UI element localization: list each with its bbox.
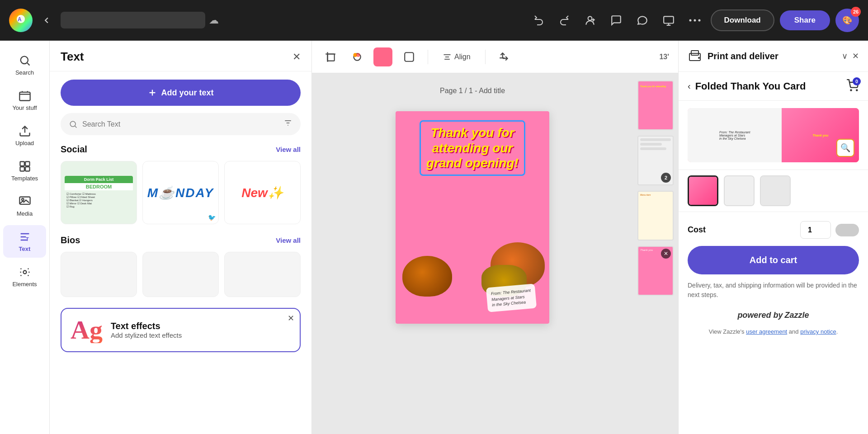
text-panel-body: Add your text Social View all Dorm Pack … — [50, 71, 311, 434]
sidebar-item-search[interactable]: Search — [3, 49, 46, 81]
text-panel: Text ✕ Add your text Social View all — [50, 41, 312, 434]
text-effects-close-button[interactable]: ✕ — [288, 313, 294, 323]
canvas-signature: From: The RestaurantManagers at Starsin … — [486, 284, 537, 312]
sidebar-item-elements[interactable]: Elements — [3, 260, 46, 293]
new-text: New✨ — [241, 185, 283, 200]
translate-tool-button[interactable] — [495, 47, 514, 66]
svg-point-6 — [20, 57, 28, 64]
zazzle-banner: powered by Zazzle — [679, 306, 868, 325]
add-collaborator-button[interactable] — [580, 10, 600, 31]
canvas-text-overlay: Thank you forattending ourgrand opening! — [411, 120, 534, 176]
sidebar-item-upload-label: Upload — [15, 140, 34, 146]
variant-thumb-3[interactable] — [760, 175, 791, 206]
product-back-button[interactable]: ‹ — [688, 81, 691, 91]
bios-view-all-button[interactable]: View all — [276, 236, 301, 244]
user-agreement-link[interactable]: user agreement — [746, 328, 787, 335]
panel-header-actions: ∨ ✕ — [842, 51, 859, 61]
comments-button[interactable] — [606, 10, 627, 31]
variant-pink-bg — [689, 177, 717, 205]
present-button[interactable] — [658, 10, 679, 31]
bio-card-1[interactable] — [61, 252, 137, 297]
cost-row: Cost 1 2 5 10 — [679, 212, 868, 246]
text-panel-close-button[interactable]: ✕ — [292, 51, 301, 63]
bio-card-2[interactable] — [142, 252, 219, 297]
svg-point-35 — [850, 90, 851, 90]
add-to-cart-button[interactable]: Add to cart — [688, 246, 859, 274]
preview-bg: From: The RestaurantManagers at Starsin … — [688, 108, 859, 162]
more-button[interactable] — [684, 14, 705, 26]
svg-point-34 — [698, 57, 700, 59]
cloud-save-button[interactable]: ☁ — [205, 11, 222, 30]
sidebar: Search Your stuff Upload Templates Media… — [0, 41, 50, 434]
page-thumbnail-4[interactable]: Thank you ✕ — [637, 246, 674, 296]
sidebar-item-text[interactable]: T Text — [3, 225, 46, 258]
svg-point-26 — [356, 53, 360, 57]
share-button[interactable]: Share — [780, 10, 830, 30]
template-card-monday[interactable]: M☕NDAY 🐦 — [142, 161, 219, 224]
variant-thumb-1[interactable] — [688, 175, 718, 206]
svg-rect-23 — [328, 54, 335, 61]
color-tool-button[interactable] — [347, 47, 366, 66]
sidebar-item-templates[interactable]: Templates — [3, 155, 46, 187]
template-card-new[interactable]: New✨ — [224, 161, 301, 224]
svg-point-19 — [70, 121, 75, 127]
border-tool-button[interactable] — [400, 47, 419, 66]
avatar[interactable]: 🎨 26 — [835, 9, 859, 32]
panel-close-button[interactable]: ✕ — [852, 51, 859, 61]
social-view-all-button[interactable]: View all — [276, 146, 301, 153]
social-template-grid: Dorm Pack List BEDROOM ☑ Comforter ☑ Mat… — [61, 161, 301, 224]
variant-thumb-2[interactable] — [724, 175, 755, 206]
thumb-2-number: 2 — [661, 173, 671, 183]
add-text-button[interactable]: Add your text — [61, 80, 301, 106]
bio-card-3[interactable] — [224, 252, 301, 297]
social-section-title: Social — [61, 144, 87, 155]
cart-button[interactable]: 0 — [846, 79, 859, 93]
quantity-toggle[interactable] — [835, 224, 859, 236]
download-button[interactable]: Download — [711, 9, 774, 31]
undo-button[interactable] — [529, 10, 549, 30]
svg-rect-2 — [664, 16, 674, 23]
text-effects-banner[interactable]: Ag Text effects Add stylized text effect… — [61, 308, 301, 352]
print-panel-title: Print and deliver — [708, 51, 778, 61]
cost-label: Cost — [688, 225, 706, 235]
zoom-button[interactable]: 🔍 — [836, 139, 854, 157]
print-panel-body: ‹ Folded Thank You Card 0 From: The Rest… — [679, 72, 868, 434]
zazzle-label: Zazzle — [785, 311, 809, 320]
quantity-select[interactable]: 1 2 5 10 — [800, 221, 831, 239]
quantity-select-wrapper: 1 2 5 10 — [800, 221, 859, 239]
search-text-input[interactable] — [82, 120, 279, 128]
page-thumbnail-2[interactable]: 2 — [637, 136, 674, 185]
canvas-scroll[interactable]: Page 1 / 1 - Add title Thank you foratte… — [312, 73, 633, 434]
panel-collapse-button[interactable]: ∨ — [842, 51, 848, 61]
text-effects-title: Text effects — [111, 321, 182, 331]
page-thumbnail-1[interactable]: Thank you for attending — [637, 80, 674, 130]
template-card-dorm[interactable]: Dorm Pack List BEDROOM ☑ Comforter ☑ Mat… — [61, 161, 137, 224]
canvas-toolbar: Align 13' — [312, 41, 678, 73]
canva-logo[interactable]: A — [9, 9, 33, 32]
product-nav: ‹ Folded Thank You Card 0 — [679, 72, 868, 101]
crop-tool-button[interactable] — [321, 47, 340, 66]
cart-badge: 0 — [853, 77, 861, 85]
svg-point-14 — [22, 198, 24, 201]
back-button[interactable] — [38, 12, 55, 29]
fill-tool-button[interactable] — [373, 47, 392, 66]
privacy-notice-link[interactable]: privacy notice — [800, 328, 836, 335]
align-button[interactable]: Align — [437, 49, 476, 65]
bios-section-title: Bios — [61, 235, 80, 245]
filter-button[interactable] — [283, 118, 292, 130]
canvas-design: Thank you forattending ourgrand opening!… — [396, 111, 549, 324]
page-canvas[interactable]: Thank you forattending ourgrand opening!… — [396, 111, 549, 324]
sidebar-item-your-stuff-label: Your stuff — [12, 104, 37, 111]
page-thumbnail-3[interactable]: Menu item — [637, 191, 674, 241]
thumb-4-close-button[interactable]: ✕ — [661, 249, 671, 259]
redo-button[interactable] — [554, 10, 574, 30]
svg-text:A: A — [18, 16, 22, 23]
text-effects-description: Add stylized text effects — [111, 331, 182, 339]
document-title-input[interactable] — [61, 12, 205, 28]
chat-button[interactable] — [632, 10, 653, 31]
sidebar-item-your-stuff[interactable]: Your stuff — [3, 84, 46, 117]
bios-grid — [61, 252, 301, 297]
zazzle-links: View Zazzle's user agreement and privacy… — [679, 325, 868, 339]
sidebar-item-upload[interactable]: Upload — [3, 119, 46, 152]
sidebar-item-media[interactable]: Media — [3, 190, 46, 222]
